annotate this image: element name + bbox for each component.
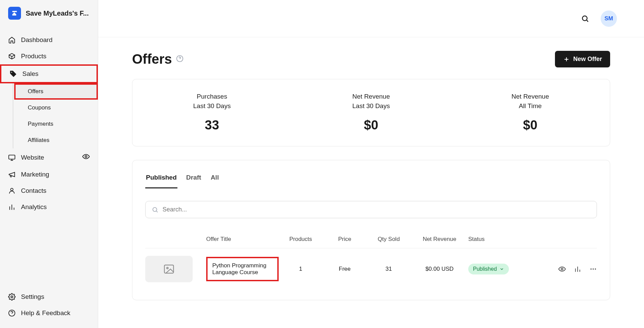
offer-thumbnail <box>145 256 193 282</box>
view-action[interactable] <box>558 265 566 273</box>
tab-all[interactable]: All <box>210 170 219 188</box>
stat-value: $0 <box>292 118 451 132</box>
svg-point-14 <box>595 268 596 270</box>
sidebar: Save MyLeads's F... Dashboard Products S… <box>0 0 98 328</box>
tabs: Published Draft All <box>145 170 597 189</box>
offers-table: Offer Title Products Price Qty Sold Net … <box>145 230 597 290</box>
stat-net-revenue-all: Net Revenue All Time $0 <box>451 93 610 132</box>
stat-label: Net Revenue <box>451 93 610 100</box>
svg-point-8 <box>153 207 157 211</box>
cell-revenue: $0.00 USD <box>411 266 468 272</box>
more-horizontal-icon <box>589 265 597 273</box>
sidebar-item-analytics[interactable]: Analytics <box>0 199 98 215</box>
main-area: SM Offers New Offer Purchases Last 30 Da… <box>98 0 644 328</box>
sidebar-item-settings[interactable]: Settings <box>0 289 98 305</box>
brand-logo-icon <box>8 7 21 20</box>
status-label: Published <box>473 266 497 272</box>
offers-section: Published Draft All Offer Title Products… <box>132 160 610 300</box>
image-icon <box>163 263 175 275</box>
sidebar-item-label: Help & Feedback <box>21 309 70 317</box>
svg-point-0 <box>11 72 12 73</box>
cell-status: Published <box>468 264 529 274</box>
col-qty: Qty Sold <box>367 236 411 243</box>
tab-draft[interactable]: Draft <box>186 170 202 188</box>
sidebar-item-dashboard[interactable]: Dashboard <box>0 32 98 48</box>
offer-title[interactable]: Python Programming Language Course <box>206 257 279 281</box>
page-header: Offers New Offer <box>132 51 610 67</box>
offers-search-box[interactable] <box>145 201 597 218</box>
bar-chart-icon <box>574 265 581 273</box>
stat-sublabel: Last 30 Days <box>292 102 451 110</box>
new-offer-label: New Offer <box>573 56 602 63</box>
svg-point-4 <box>11 296 13 298</box>
sidebar-item-products[interactable]: Products <box>0 48 98 64</box>
svg-point-3 <box>10 188 13 191</box>
subnav-item-payments[interactable]: Payments <box>14 116 98 132</box>
megaphone-icon <box>8 171 16 178</box>
col-products: Products <box>279 236 323 243</box>
sidebar-item-sales[interactable]: Sales <box>0 64 98 83</box>
offers-search-input[interactable] <box>163 206 591 213</box>
svg-point-2 <box>85 156 87 158</box>
cell-products: 1 <box>279 266 323 272</box>
sidebar-item-website[interactable]: Website <box>0 148 98 166</box>
stats-action[interactable] <box>574 265 581 273</box>
tab-published[interactable]: Published <box>145 170 177 188</box>
svg-point-10 <box>167 267 168 269</box>
stat-purchases: Purchases Last 30 Days 33 <box>132 93 292 132</box>
offer-title-cell: Python Programming Language Course <box>199 257 279 281</box>
row-actions <box>529 265 597 273</box>
sidebar-item-marketing[interactable]: Marketing <box>0 166 98 183</box>
sales-subnav: Offers Coupons Payments Affiliates <box>0 83 98 148</box>
new-offer-button[interactable]: New Offer <box>555 51 610 67</box>
monitor-icon <box>8 154 16 161</box>
sidebar-item-label: Dashboard <box>21 36 52 44</box>
cell-price: Free <box>323 266 367 272</box>
stat-value: 33 <box>132 118 292 132</box>
sidebar-item-label: Sales <box>22 70 39 78</box>
table-row[interactable]: Python Programming Language Course 1 Fre… <box>145 248 597 290</box>
eye-icon <box>558 265 566 273</box>
stat-label: Purchases <box>132 93 292 100</box>
subnav-item-offers[interactable]: Offers <box>14 83 98 100</box>
box-icon <box>8 53 16 60</box>
sidebar-footer: Settings Help & Feedback <box>0 282 98 321</box>
eye-icon <box>82 153 90 162</box>
bar-chart-icon <box>8 203 16 211</box>
sidebar-item-contacts[interactable]: Contacts <box>0 183 98 199</box>
brand-title: Save MyLeads's F... <box>26 9 89 17</box>
svg-point-13 <box>593 268 594 270</box>
plus-icon <box>563 56 570 63</box>
search-icon <box>581 15 589 23</box>
col-revenue: Net Revenue <box>411 236 468 243</box>
stat-sublabel: Last 30 Days <box>132 102 292 110</box>
svg-point-6 <box>582 16 587 21</box>
user-icon <box>8 187 16 194</box>
svg-rect-1 <box>9 155 15 159</box>
sidebar-item-label: Products <box>21 53 46 60</box>
col-status: Status <box>468 236 529 243</box>
help-icon[interactable] <box>176 55 184 64</box>
topbar: SM <box>98 0 644 37</box>
brand[interactable]: Save MyLeads's F... <box>0 7 98 28</box>
stats-card: Purchases Last 30 Days 33 Net Revenue La… <box>132 79 610 146</box>
page-title: Offers <box>132 52 172 67</box>
stat-value: $0 <box>451 118 610 132</box>
sidebar-item-help[interactable]: Help & Feedback <box>0 305 98 321</box>
user-avatar[interactable]: SM <box>601 11 617 27</box>
page-content: Offers New Offer Purchases Last 30 Days … <box>98 37 644 314</box>
sidebar-item-label: Marketing <box>21 171 49 178</box>
main-nav: Dashboard Products Sales Offers Coupons … <box>0 28 98 282</box>
col-price: Price <box>323 236 367 243</box>
chevron-down-icon <box>499 267 504 271</box>
search-button[interactable] <box>580 14 590 23</box>
subnav-item-affiliates[interactable]: Affiliates <box>14 132 98 148</box>
gear-icon <box>8 293 16 301</box>
svg-point-11 <box>561 268 563 270</box>
table-header: Offer Title Products Price Qty Sold Net … <box>145 230 597 248</box>
page-title-wrap: Offers <box>132 52 184 67</box>
status-pill[interactable]: Published <box>468 264 509 274</box>
more-action[interactable] <box>589 265 597 273</box>
subnav-item-coupons[interactable]: Coupons <box>14 100 98 116</box>
col-title: Offer Title <box>199 236 279 243</box>
